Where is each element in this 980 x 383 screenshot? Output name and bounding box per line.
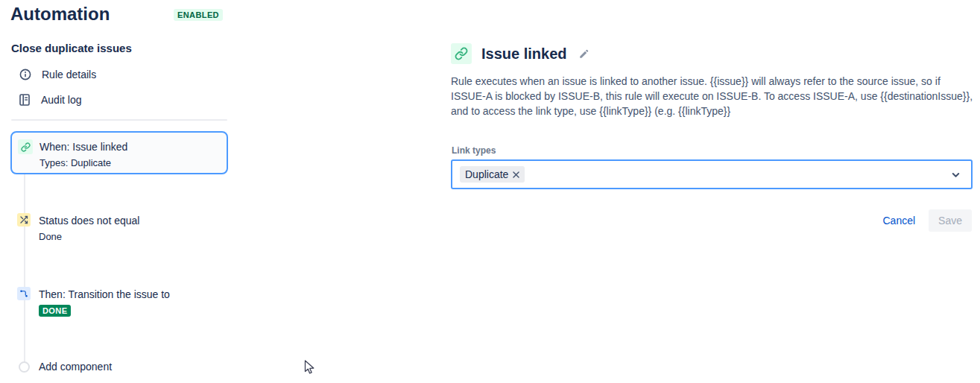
chevron-down-icon[interactable] (950, 169, 964, 180)
rule-name: Close duplicate issues (11, 42, 132, 54)
component-detail-title: Issue linked (481, 45, 567, 63)
status-badge: ENABLED (174, 9, 223, 21)
component-subtitle: Done (39, 228, 139, 245)
selected-tag-duplicate: Duplicate (460, 166, 525, 183)
component-title: Status does not equal (39, 213, 139, 228)
mouse-cursor (304, 360, 316, 378)
divider (11, 119, 227, 121)
link-icon (451, 43, 472, 64)
sidebar-item-rule-details[interactable]: Rule details (19, 69, 96, 80)
link-types-select[interactable]: Duplicate (451, 159, 973, 189)
add-component-label: Add component (39, 361, 112, 373)
sidebar-item-label: Rule details (42, 69, 96, 80)
rule-component-action-transition[interactable]: Then: Transition the issue to DONE (17, 287, 170, 317)
transition-icon (17, 287, 31, 300)
component-detail-header: Issue linked (451, 43, 589, 64)
sidebar-item-audit-log[interactable]: Audit log (19, 94, 81, 106)
link-icon (18, 139, 33, 154)
pencil-icon (578, 48, 589, 60)
form-actions: Cancel Save (873, 209, 972, 232)
tag-label: Duplicate (465, 168, 508, 180)
rule-component-trigger-issue-linked[interactable]: When: Issue linked Types: Duplicate (10, 131, 228, 174)
edit-title-button[interactable] (578, 48, 589, 60)
component-title: Then: Transition the issue to (39, 287, 170, 302)
status-lozenge-done: DONE (39, 305, 71, 317)
add-component-button[interactable]: Add component (19, 361, 112, 373)
audit-log-icon (19, 94, 31, 106)
sidebar-item-label: Audit log (41, 94, 81, 106)
rule-component-condition-status[interactable]: Status does not equal Done (17, 213, 139, 245)
save-button[interactable]: Save (929, 209, 972, 232)
component-subtitle: Types: Duplicate (39, 154, 127, 171)
close-icon (511, 170, 521, 180)
rule-chain-connector (24, 149, 25, 367)
page-title: Automation (10, 4, 110, 25)
cancel-button[interactable]: Cancel (873, 210, 924, 231)
remove-tag-button[interactable] (510, 169, 522, 180)
component-description: Rule executes when an issue is linked to… (451, 74, 974, 118)
info-icon (19, 69, 31, 80)
link-types-label: Link types (452, 145, 496, 156)
component-title: When: Issue linked (39, 139, 127, 154)
add-component-circle-icon (19, 361, 30, 373)
shuffle-icon (17, 213, 31, 227)
